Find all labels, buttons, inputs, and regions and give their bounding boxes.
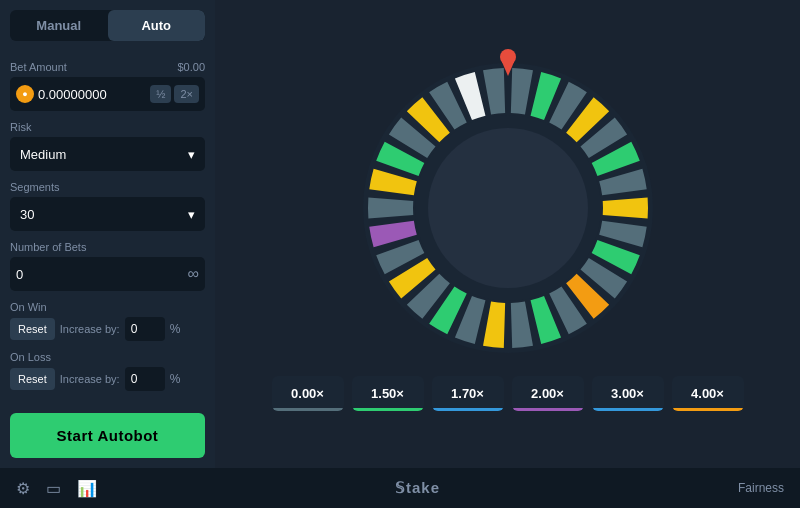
multiplier-button-4[interactable]: 3.00× xyxy=(592,376,664,411)
start-autobot-button[interactable]: Start Autobot xyxy=(10,413,205,458)
wheel-pin xyxy=(499,48,517,76)
coin-icon: ● xyxy=(16,85,34,103)
on-win-increase-label: Increase by: xyxy=(60,323,120,335)
number-of-bets-label: Number of Bets xyxy=(10,241,205,253)
on-loss-row: Reset Increase by: % xyxy=(10,367,205,391)
on-loss-increase-label: Increase by: xyxy=(60,373,120,385)
on-win-label: On Win xyxy=(10,301,205,313)
svg-point-4 xyxy=(428,128,588,288)
number-of-bets-input-row: ∞ xyxy=(10,257,205,291)
on-loss-percent-label: % xyxy=(170,372,181,386)
double-button[interactable]: 2× xyxy=(174,85,199,103)
footer-icons: ⚙ ▭ 📊 xyxy=(16,479,97,498)
on-win-row: Reset Increase by: % xyxy=(10,317,205,341)
wheel-svg xyxy=(358,58,658,358)
on-win-reset-button[interactable]: Reset xyxy=(10,318,55,340)
tab-manual[interactable]: Manual xyxy=(10,10,108,41)
segments-chevron-icon: ▾ xyxy=(188,207,195,222)
on-loss-increase-input[interactable] xyxy=(125,367,165,391)
svg-marker-1 xyxy=(502,62,514,76)
multiplier-button-0[interactable]: 0.00× xyxy=(272,376,344,411)
number-of-bets-input[interactable] xyxy=(16,267,188,282)
segments-label: Segments xyxy=(10,181,205,193)
on-loss-reset-button[interactable]: Reset xyxy=(10,368,55,390)
segments-select[interactable]: 30 ▾ xyxy=(10,197,205,231)
wheel-container xyxy=(358,58,658,358)
bet-amount-input[interactable] xyxy=(38,87,147,102)
on-win-increase-input[interactable] xyxy=(125,317,165,341)
tab-bar: Manual Auto xyxy=(10,10,205,41)
stop-on-profit-label: Stop on Profit $0.00 xyxy=(10,401,205,403)
multiplier-button-1[interactable]: 1.50× xyxy=(352,376,424,411)
multiplier-button-3[interactable]: 2.00× xyxy=(512,376,584,411)
risk-chevron-icon: ▾ xyxy=(188,147,195,162)
multiplier-button-5[interactable]: 4.00× xyxy=(672,376,744,411)
on-win-percent-label: % xyxy=(170,322,181,336)
risk-select[interactable]: Medium ▾ xyxy=(10,137,205,171)
risk-label: Risk xyxy=(10,121,205,133)
multiplier-row: 0.00×1.50×1.70×2.00×3.00×4.00× xyxy=(252,376,764,411)
bet-amount-label: Bet Amount $0.00 xyxy=(10,61,205,73)
chart-icon[interactable]: 📊 xyxy=(77,479,97,498)
screen-icon[interactable]: ▭ xyxy=(46,479,61,498)
on-loss-label: On Loss xyxy=(10,351,205,363)
right-panel: 0.00×1.50×1.70×2.00×3.00×4.00× xyxy=(215,0,800,468)
wheel-area: 0.00×1.50×1.70×2.00×3.00×4.00× xyxy=(215,0,800,468)
half-button[interactable]: ½ xyxy=(150,85,171,103)
tab-auto[interactable]: Auto xyxy=(108,10,206,41)
bet-amount-input-row: ● ½ 2× xyxy=(10,77,205,111)
infinity-icon: ∞ xyxy=(188,265,199,283)
footer: ⚙ ▭ 📊 𝕊take Fairness xyxy=(0,468,800,508)
multiplier-button-2[interactable]: 1.70× xyxy=(432,376,504,411)
left-panel: Manual Auto Bet Amount $0.00 ● ½ 2× Risk… xyxy=(0,0,215,468)
fairness-button[interactable]: Fairness xyxy=(738,481,784,495)
panel-scroll: Bet Amount $0.00 ● ½ 2× Risk Medium ▾ Se… xyxy=(0,51,215,403)
footer-logo: 𝕊take xyxy=(395,479,440,497)
settings-icon[interactable]: ⚙ xyxy=(16,479,30,498)
